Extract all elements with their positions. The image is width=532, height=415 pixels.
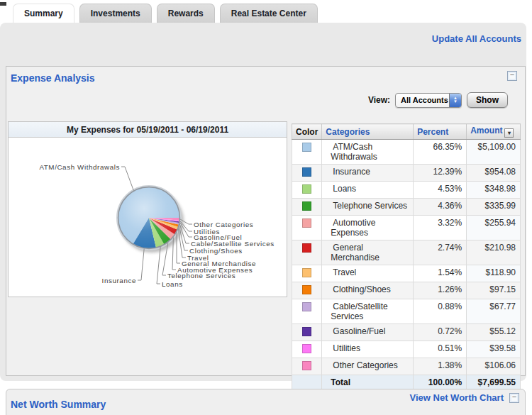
- table-row: Cable/Satellite Services0.88%$67.77: [292, 299, 521, 324]
- percent-cell: 2.74%: [414, 240, 467, 265]
- expense-table-body: ATM/Cash Withdrawals66.35%$5,109.00Insur…: [292, 140, 521, 375]
- amount-cell: $348.98: [467, 182, 521, 199]
- amount-cell: $210.98: [467, 240, 521, 265]
- table-row: Other Categories1.38%$106.06: [292, 358, 521, 375]
- update-all-accounts-link[interactable]: Update All Accounts: [432, 33, 521, 44]
- category-cell: Cable/Satellite Services: [322, 299, 414, 324]
- pie-label: Other Categories: [194, 221, 253, 228]
- tab-bar: Summary Investments Rewards Real Estate …: [13, 4, 318, 23]
- net-worth-summary-section: Net Worth Summary View Net Worth Chart −: [6, 389, 526, 415]
- pie-label: Insurance: [102, 277, 136, 284]
- color-cell: [292, 358, 322, 375]
- page: Summary Investments Rewards Real Estate …: [0, 0, 532, 415]
- color-swatch: [302, 143, 311, 152]
- header-percent[interactable]: Percent: [414, 124, 467, 140]
- leader-line: [157, 247, 160, 284]
- percent-cell: 1.38%: [414, 358, 467, 375]
- tab-summary[interactable]: Summary: [13, 4, 74, 23]
- percent-cell: 0.88%: [414, 299, 467, 324]
- total-percent: 100.00%: [414, 375, 467, 390]
- pie-label: Loans: [162, 280, 183, 288]
- color-swatch: [302, 361, 311, 370]
- color-cell: [292, 265, 322, 282]
- leader-line: [138, 249, 144, 281]
- header-color: Color: [292, 124, 322, 140]
- net-worth-summary-title: Net Worth Summary: [11, 399, 106, 410]
- collapse-networth-button[interactable]: −: [509, 393, 519, 403]
- category-cell: Travel: [322, 265, 414, 282]
- percent-cell: 4.53%: [414, 182, 467, 199]
- percent-cell: 3.32%: [414, 216, 467, 240]
- color-cell: [292, 216, 322, 240]
- show-button[interactable]: Show: [467, 92, 508, 108]
- table-row: Clothing/Shoes1.26%$97.15: [292, 282, 521, 299]
- table-row: General Merchandise2.74%$210.98: [292, 240, 521, 265]
- view-label: View:: [368, 95, 390, 105]
- table-row: Telephone Services4.36%$335.99: [292, 199, 521, 216]
- select-stepper-icon: ▲▼: [449, 94, 461, 107]
- view-controls: View: All Accounts ▲▼ Show: [368, 92, 508, 108]
- amount-cell: $39.58: [467, 341, 521, 358]
- amount-cell: $97.15: [467, 282, 521, 299]
- category-cell: Gasoline/Fuel: [322, 324, 414, 341]
- table-row: Loans4.53%$348.98: [292, 182, 521, 199]
- color-swatch: [302, 184, 311, 194]
- tab-real-estate-center[interactable]: Real Estate Center: [220, 4, 318, 23]
- collapse-expense-button[interactable]: −: [507, 71, 517, 81]
- amount-cell: $106.06: [467, 358, 521, 375]
- color-swatch: [302, 302, 311, 311]
- color-cell: [292, 299, 322, 324]
- view-select-value: All Accounts: [396, 96, 449, 104]
- leader-line: [121, 167, 133, 191]
- category-cell: Telephone Services: [322, 199, 414, 216]
- percent-cell: 66.35%: [414, 140, 467, 165]
- category-cell: Utilities: [322, 341, 414, 358]
- table-header-row: Color Categories Percent Amount▾: [292, 124, 521, 140]
- color-swatch: [302, 327, 311, 336]
- pie-label: Travel: [187, 254, 209, 262]
- header-amount[interactable]: Amount▾: [467, 124, 521, 140]
- screen-crop-artifact: [0, 2, 6, 6]
- color-cell: [292, 182, 322, 199]
- pie-label: Clothing/Shoes: [189, 247, 243, 255]
- amount-cell: $335.99: [467, 199, 521, 216]
- tab-rewards[interactable]: Rewards: [157, 4, 215, 23]
- amount-sort-icon[interactable]: ▾: [504, 128, 514, 138]
- expense-pie-chart: ATM/Cash WithdrawalsInsuranceLoansTeleph…: [9, 138, 287, 297]
- view-net-worth-chart-link[interactable]: View Net Worth Chart: [410, 392, 504, 403]
- table-row: Utilities0.51%$39.58: [292, 341, 521, 358]
- color-cell: [292, 165, 322, 182]
- category-cell: Clothing/Shoes: [322, 282, 414, 299]
- pie-label: ATM/Cash Withdrawals: [39, 163, 120, 171]
- color-cell: [292, 140, 322, 165]
- amount-cell: $118.90: [467, 265, 521, 282]
- color-swatch: [302, 218, 311, 228]
- color-cell: [292, 341, 322, 358]
- view-account-select[interactable]: All Accounts ▲▼: [395, 93, 462, 108]
- color-cell: [292, 199, 322, 216]
- chart-title: My Expenses for 05/19/2011 - 06/19/2011: [9, 122, 287, 138]
- total-row: Total 100.00% $7,699.55: [292, 375, 521, 390]
- total-label: Total: [322, 375, 414, 390]
- amount-cell: $55.12: [467, 324, 521, 341]
- percent-cell: 12.39%: [414, 165, 467, 182]
- percent-cell: 1.26%: [414, 282, 467, 299]
- percent-cell: 0.72%: [414, 324, 467, 341]
- pie-gloss: [118, 187, 179, 248]
- tab-investments[interactable]: Investments: [79, 4, 152, 23]
- table-row: Gasoline/Fuel0.72%$55.12: [292, 324, 521, 341]
- color-swatch: [302, 201, 311, 211]
- percent-cell: 0.51%: [414, 341, 467, 358]
- table-row: Insurance12.39%$954.08: [292, 165, 521, 182]
- total-color-cell: [292, 375, 322, 390]
- table-row: Travel1.54%$118.90: [292, 265, 521, 282]
- expense-analysis-title: Expense Analysis: [11, 72, 95, 84]
- amount-cell: $5,109.00: [467, 140, 521, 165]
- table-row: ATM/Cash Withdrawals66.35%$5,109.00: [292, 140, 521, 165]
- color-swatch: [302, 268, 311, 277]
- net-worth-link-row: View Net Worth Chart −: [410, 392, 519, 403]
- category-cell: Loans: [322, 182, 414, 199]
- amount-cell: $67.77: [467, 299, 521, 324]
- header-categories[interactable]: Categories: [322, 124, 414, 140]
- amount-cell: $255.94: [467, 216, 521, 240]
